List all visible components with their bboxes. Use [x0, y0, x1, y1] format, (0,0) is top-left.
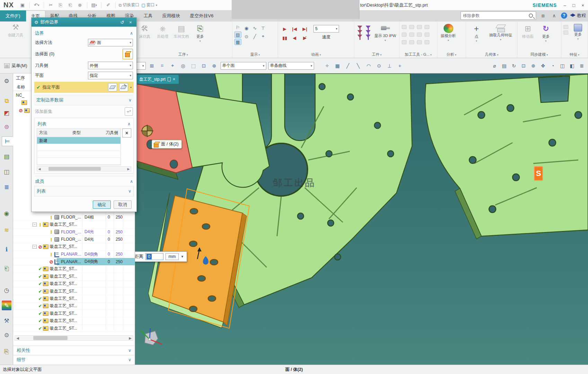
measure-icon[interactable]: ⌀ [490, 62, 499, 70]
machine-tool-navigator-icon[interactable]: ▤ [2, 152, 11, 161]
step-last-icon[interactable]: ▶| [303, 26, 308, 32]
group-label-feature[interactable]: 特征 [561, 52, 588, 57]
members-section-header[interactable]: 成员 ∧ [35, 178, 133, 185]
table-row[interactable] [37, 144, 121, 151]
table-row[interactable] [37, 158, 121, 165]
scroll-thumb[interactable] [33, 336, 68, 340]
operation-name[interactable]: 吸盘工艺_ST... [50, 266, 77, 272]
curve-rule-combo[interactable]: 单条曲线▾ [268, 62, 314, 70]
books-icon[interactable]: ≣ [2, 182, 11, 192]
command-finder[interactable] [461, 11, 536, 20]
operation-name[interactable]: FLOOR_... [61, 237, 81, 242]
tree-node-partial[interactable]: ⊘ [18, 108, 31, 113]
expand-toggle[interactable] [33, 282, 37, 286]
lasso-icon[interactable]: ◎ [179, 62, 187, 70]
refresh-view-icon[interactable]: ↻ [510, 62, 518, 70]
dialog-title-bar[interactable]: ⚙ 部件边界 ↺ × [32, 18, 136, 27]
postprocess-button[interactable]: ⎈ 后处理 [154, 23, 171, 40]
show-3d-ipw-button[interactable]: 显示 3D IPW ▾ [373, 23, 398, 43]
speed-combo[interactable]: 5 ▾ [313, 25, 339, 33]
shaded-view-icon[interactable]: ⊕ [210, 62, 219, 70]
extract-geometry-button[interactable]: 抽取几何特征 ▾ [486, 23, 515, 42]
spline-display-icon[interactable]: ∿ [251, 25, 258, 31]
horizontal-scrollbar[interactable]: ◀ ▶ [15, 335, 133, 341]
save-icon[interactable]: ▣ [19, 1, 26, 9]
draft-analysis-button[interactable]: 拔模分析 ▾ [439, 23, 457, 43]
step-back-icon[interactable]: ◀ [293, 35, 296, 41]
group-label-workpiece[interactable]: 工件 [354, 52, 399, 57]
layers-icon[interactable]: ≣ [578, 62, 586, 70]
select-face-button[interactable] [123, 49, 133, 59]
funnel-filled-icon[interactable] [366, 30, 371, 33]
expand-toggle[interactable] [33, 327, 37, 330]
scroll-track[interactable] [20, 336, 127, 340]
scroll-right-icon[interactable]: ▶ [127, 336, 133, 340]
table-row[interactable]: ✔ 吸盘工艺_ST... [13, 266, 135, 273]
line-icon[interactable]: ╱ [344, 62, 352, 70]
point-button[interactable]: + 点 ▾ [468, 23, 485, 44]
reset-icon[interactable]: ↺ [119, 20, 125, 25]
table-row[interactable]: ✔ 吸盘工艺_ST... [13, 317, 135, 324]
table-row[interactable]: 新建 [37, 137, 121, 144]
operation-name[interactable]: 吸盘工艺_ST... [50, 244, 77, 250]
tool-side-combo[interactable]: 外侧 ▾ [88, 62, 133, 69]
expand-toggle[interactable] [44, 238, 48, 241]
table-row[interactable]: − ⊘ 吸盘工艺_ST... [13, 243, 135, 251]
plane-dialog-button[interactable] [108, 83, 117, 91]
history-clock-icon[interactable]: ◷ [2, 285, 11, 295]
snap-point-icon[interactable]: ⊞ [148, 62, 156, 70]
funnel-icon[interactable] [357, 35, 362, 38]
operation-name[interactable]: 吸盘工艺_ST... [50, 288, 77, 294]
boundary-section-header[interactable]: 边界 ∧ [35, 30, 133, 36]
minimize-button[interactable]: – [560, 0, 569, 10]
switch-window-button[interactable]: ⧉切换窗口 [119, 2, 140, 8]
target-icon[interactable]: ⌖ [260, 33, 267, 39]
close-button[interactable]: × [578, 0, 587, 10]
expand-toggle[interactable] [33, 290, 37, 293]
step-first-icon[interactable]: |◀ [292, 26, 297, 32]
group-label-machining-tool[interactable]: 加工工具 - G... [400, 52, 437, 57]
expand-toggle[interactable] [44, 230, 48, 234]
graphics-viewport[interactable]: 邹工出品 面 / 体(2) 距离 0 mm ▼ S [135, 73, 588, 365]
group-label-display[interactable]: 显示 [232, 52, 278, 57]
menu-button[interactable]: 菜单(M) [2, 62, 29, 70]
assembly-navigator-icon[interactable]: ⧉ [2, 96, 11, 106]
layers-icon[interactable]: ≋ [2, 225, 11, 235]
details-section[interactable]: 细节 ∨ [13, 355, 135, 364]
report-document-icon[interactable]: ⎗ [2, 264, 11, 274]
rectangle-select-icon[interactable]: ⬚ [189, 62, 198, 70]
show-boundary-icon[interactable]: ▦ [234, 39, 241, 45]
paste-icon[interactable]: ⎗ [66, 1, 74, 9]
constraint-navigator-icon[interactable]: ◩ [2, 108, 11, 118]
table-row[interactable]: ✔ 吸盘工艺_ST... [13, 288, 135, 295]
window-menu-button[interactable]: ▢窗口 [141, 2, 157, 8]
command-finder-input[interactable] [461, 13, 529, 18]
chamfer-line-icon[interactable]: ╲ [354, 62, 363, 70]
expand-toggle[interactable] [44, 260, 48, 264]
table-row[interactable]: ✔ 吸盘工艺_ST... [13, 310, 135, 317]
tab-application[interactable]: 应用模块 [158, 10, 185, 21]
copy-icon[interactable]: ⎘ [57, 1, 64, 9]
help-icon[interactable]: ? [561, 12, 567, 19]
scroll-right-icon[interactable]: ▶ [126, 167, 131, 171]
highlight-icon[interactable]: ✧ [323, 62, 331, 70]
group-label-operation[interactable]: 工序 [134, 52, 232, 57]
maximize-button[interactable]: □ [569, 0, 578, 10]
custom-boundary-data-section[interactable]: 定制边界数据 ∨ [34, 95, 134, 105]
expand-toggle[interactable]: − [33, 245, 37, 249]
machine-simulation-button[interactable]: 🛠 床仿真 [136, 23, 153, 40]
settings-icon[interactable]: ⚙ [2, 76, 11, 86]
operation-name[interactable]: PLANAR... [61, 259, 81, 264]
expand-toggle[interactable] [33, 267, 37, 271]
face-rule-combo[interactable]: 单个面▾ [221, 62, 266, 70]
robot-icon[interactable]: ⚙ [2, 330, 11, 340]
specify-plane-row[interactable]: ✔ 指定平面 ▾ [34, 82, 134, 93]
ok-button[interactable]: 确定 [93, 201, 111, 209]
tab-tools[interactable]: 工具 [139, 10, 158, 21]
pin-icon[interactable] [168, 77, 171, 81]
close-tab-icon[interactable]: × [173, 77, 175, 82]
process-assistant-icon[interactable]: ◫ [2, 167, 11, 177]
perpendicular-icon[interactable]: ⊥ [385, 62, 394, 70]
cut-icon[interactable]: ✂ [47, 1, 55, 9]
step-forward-icon[interactable]: ▶̸ [303, 35, 306, 41]
